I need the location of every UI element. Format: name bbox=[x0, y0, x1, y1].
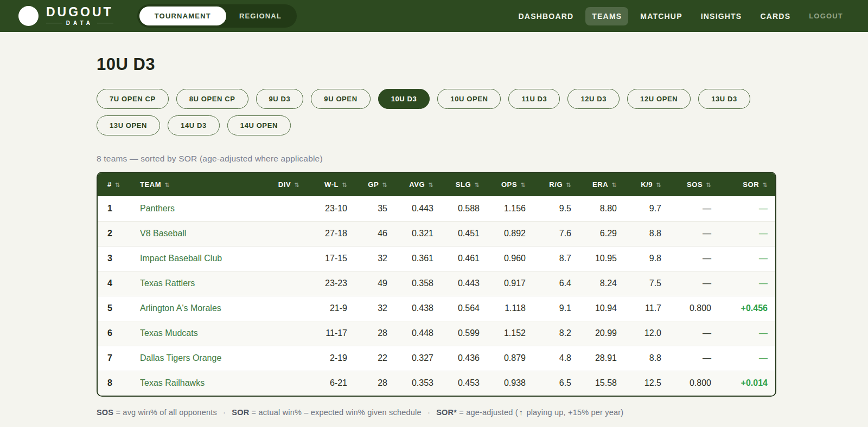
column-label: OPS bbox=[501, 180, 517, 189]
cell-sos: — bbox=[671, 196, 721, 221]
team-link[interactable]: Texas Rattlers bbox=[140, 279, 195, 288]
team-link[interactable]: Texas Railhawks bbox=[140, 378, 205, 387]
sort-icon: ⇅ bbox=[164, 182, 170, 188]
team-link[interactable]: Texas Mudcats bbox=[140, 328, 198, 338]
team-link[interactable]: Impact Baseball Club bbox=[140, 254, 222, 263]
legend-dot: · bbox=[223, 408, 226, 417]
cell-sor: +0.014 bbox=[721, 371, 776, 396]
team-link[interactable]: V8 Baseball bbox=[140, 229, 186, 238]
filter-pill-13u-open[interactable]: 13U OPEN bbox=[97, 115, 160, 135]
column-header-slg[interactable]: SLG⇅ bbox=[443, 173, 489, 196]
nav-item-cards[interactable]: CARDS bbox=[754, 7, 797, 25]
logo-icon bbox=[18, 6, 39, 26]
main-content: 10U D3 7U OPEN CP8U OPEN CP9U D39U OPEN1… bbox=[0, 55, 776, 417]
cell-div bbox=[266, 371, 309, 396]
sort-icon: ⇅ bbox=[706, 182, 711, 188]
column-label: SLG bbox=[456, 180, 471, 189]
cell-sor: +0.456 bbox=[721, 296, 776, 321]
cell-sor: — bbox=[721, 246, 776, 271]
nav-links: DASHBOARD TEAMS MATCHUP INSIGHTS CARDS L… bbox=[512, 7, 850, 25]
column-header-gp[interactable]: GP⇅ bbox=[357, 173, 397, 196]
cell-rank: 8 bbox=[98, 371, 130, 396]
cell-rank: 3 bbox=[98, 246, 130, 271]
cell-slg: 0.443 bbox=[443, 271, 489, 296]
nav-item-teams[interactable]: TEAMS bbox=[585, 7, 628, 25]
filter-pill-12u-d3[interactable]: 12U D3 bbox=[567, 89, 620, 109]
cell-gp: 32 bbox=[357, 296, 397, 321]
cell-gp: 46 bbox=[357, 221, 397, 246]
cell-div bbox=[266, 271, 309, 296]
filter-pill-13u-d3[interactable]: 13U D3 bbox=[698, 89, 750, 109]
filter-pill-9u-d3[interactable]: 9U D3 bbox=[256, 89, 304, 109]
table-row: 7Dallas Tigers Orange2-19220.3270.4360.8… bbox=[98, 346, 776, 371]
cell-wl: 6-21 bbox=[309, 371, 357, 396]
column-header-sos[interactable]: SOS⇅ bbox=[671, 173, 721, 196]
legend-sor-star-term: SOR* bbox=[436, 408, 457, 417]
column-label: ERA bbox=[592, 180, 608, 189]
cell-sos: — bbox=[671, 246, 721, 271]
legend-sos-def: = avg win% of all opponents bbox=[116, 408, 216, 417]
cell-era: 10.95 bbox=[581, 246, 627, 271]
standings-table: #⇅TEAM⇅DIV⇅W-L⇅GP⇅AVG⇅SLG⇅OPS⇅R/G⇅ERA⇅K/… bbox=[98, 173, 776, 396]
cell-gp: 28 bbox=[357, 371, 397, 396]
sort-icon: ⇅ bbox=[115, 182, 120, 188]
legend-dot: · bbox=[427, 408, 430, 417]
cell-sor: — bbox=[721, 346, 776, 371]
cell-ops: 1.156 bbox=[489, 196, 535, 221]
sort-icon: ⇅ bbox=[428, 182, 433, 188]
table-row: 3Impact Baseball Club17-15320.3610.4610.… bbox=[98, 246, 776, 271]
cell-sor: — bbox=[721, 271, 776, 296]
column-header-ops[interactable]: OPS⇅ bbox=[489, 173, 535, 196]
sort-icon: ⇅ bbox=[294, 182, 299, 188]
column-header-wl[interactable]: W-L⇅ bbox=[309, 173, 357, 196]
sort-icon: ⇅ bbox=[762, 182, 768, 188]
cell-wl: 21-9 bbox=[309, 296, 357, 321]
cell-sos: — bbox=[671, 321, 721, 346]
sort-icon: ⇅ bbox=[474, 182, 480, 188]
team-link[interactable]: Panthers bbox=[140, 204, 175, 213]
table-row: 2V8 Baseball27-18460.3210.4510.8927.66.2… bbox=[98, 221, 776, 246]
filter-pill-12u-open[interactable]: 12U OPEN bbox=[627, 89, 691, 109]
cell-sos: 0.800 bbox=[671, 371, 721, 396]
nav-item-matchup[interactable]: MATCHUP bbox=[634, 7, 688, 25]
cell-avg: 0.438 bbox=[397, 296, 443, 321]
filter-pill-14u-d3[interactable]: 14U D3 bbox=[168, 115, 220, 135]
cell-era: 28.91 bbox=[581, 346, 627, 371]
up-arrow-icon: ↑ bbox=[519, 408, 523, 417]
filter-pill-10u-d3[interactable]: 10U D3 bbox=[378, 89, 430, 109]
column-header-sor[interactable]: SOR⇅ bbox=[721, 173, 776, 196]
cell-rg: 9.1 bbox=[535, 296, 581, 321]
cell-era: 6.29 bbox=[581, 221, 627, 246]
team-link[interactable]: Arlington A's Morales bbox=[140, 303, 221, 313]
cell-team: V8 Baseball bbox=[130, 221, 266, 246]
filter-pill-14u-open[interactable]: 14U OPEN bbox=[227, 115, 291, 135]
cell-div bbox=[266, 296, 309, 321]
filter-pill-10u-open[interactable]: 10U OPEN bbox=[437, 89, 501, 109]
legend-sos-term: SOS bbox=[97, 408, 113, 417]
nav-item-dashboard[interactable]: DASHBOARD bbox=[512, 7, 580, 25]
column-label: K/9 bbox=[641, 180, 653, 189]
column-header-team[interactable]: TEAM⇅ bbox=[130, 173, 266, 196]
filter-pill-8u-open-cp[interactable]: 8U OPEN CP bbox=[176, 89, 248, 109]
filter-pills: 7U OPEN CP8U OPEN CP9U D39U OPEN10U D310… bbox=[97, 89, 776, 135]
toggle-regional[interactable]: REGIONAL bbox=[226, 7, 295, 25]
nav-item-insights[interactable]: INSIGHTS bbox=[694, 7, 749, 25]
column-header-avg[interactable]: AVG⇅ bbox=[397, 173, 443, 196]
column-header-div[interactable]: DIV⇅ bbox=[266, 173, 309, 196]
cell-ops: 0.917 bbox=[489, 271, 535, 296]
column-label: GP bbox=[368, 180, 379, 189]
column-header-k9[interactable]: K/9⇅ bbox=[627, 173, 671, 196]
filter-pill-7u-open-cp[interactable]: 7U OPEN CP bbox=[97, 89, 169, 109]
toggle-tournament[interactable]: TOURNAMENT bbox=[139, 7, 226, 25]
filter-pill-9u-open[interactable]: 9U OPEN bbox=[311, 89, 370, 109]
team-link[interactable]: Dallas Tigers Orange bbox=[140, 353, 221, 363]
cell-wl: 17-15 bbox=[309, 246, 357, 271]
cell-sos: 0.800 bbox=[671, 296, 721, 321]
filter-pill-11u-d3[interactable]: 11U D3 bbox=[508, 89, 560, 109]
column-header-era[interactable]: ERA⇅ bbox=[581, 173, 627, 196]
column-header-rank[interactable]: #⇅ bbox=[98, 173, 130, 196]
cell-team: Impact Baseball Club bbox=[130, 246, 266, 271]
column-header-rg[interactable]: R/G⇅ bbox=[535, 173, 581, 196]
nav-item-logout[interactable]: LOGOUT bbox=[802, 7, 850, 25]
cell-slg: 0.564 bbox=[443, 296, 489, 321]
